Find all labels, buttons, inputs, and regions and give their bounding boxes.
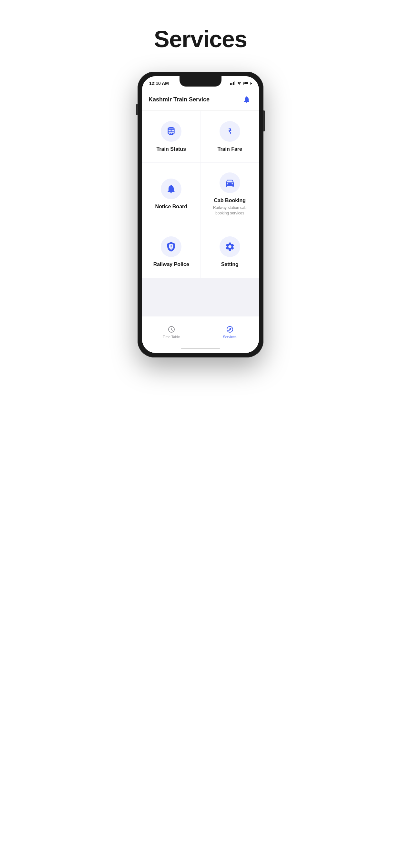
home-bar <box>181 348 220 349</box>
bell-icon <box>243 96 251 103</box>
cab-booking-sub: Railway station cab booking services <box>207 205 253 216</box>
bottom-nav: Time Table Services <box>142 321 259 345</box>
clock-icon <box>167 326 175 333</box>
notification-button[interactable] <box>241 94 252 105</box>
shield-icon <box>166 242 176 252</box>
status-bar: 12:10 AM <box>142 76 259 89</box>
train-fare-label: Train Fare <box>218 146 242 152</box>
notice-board-label: Notice Board <box>155 204 187 210</box>
car-icon <box>225 178 235 188</box>
cab-booking-label: Cab Booking <box>214 197 246 204</box>
app-header: Kashmir Train Service <box>142 89 259 111</box>
phone-screen: 12:10 AM <box>142 76 259 353</box>
status-time: 12:10 AM <box>149 81 169 86</box>
signal-icon <box>230 82 235 85</box>
service-train-status[interactable]: Train Status <box>142 111 201 162</box>
service-notice-board[interactable]: Notice Board <box>142 163 201 226</box>
train-status-icon-circle <box>161 121 181 142</box>
app-content: Kashmir Train Service Train Statu <box>142 89 259 321</box>
train-status-label: Train Status <box>156 146 186 152</box>
services-nav-label: Services <box>223 335 236 339</box>
wifi-icon <box>237 82 242 85</box>
train-icon <box>166 126 176 136</box>
timetable-nav-icon <box>167 325 176 334</box>
service-setting[interactable]: Setting <box>201 226 259 278</box>
setting-icon-circle <box>220 237 240 257</box>
service-cab-booking[interactable]: Cab Booking Railway station cab booking … <box>201 163 259 226</box>
svg-rect-3 <box>235 82 235 85</box>
train-fare-icon-circle <box>220 121 240 142</box>
nav-services[interactable]: Services <box>201 325 259 339</box>
services-nav-icon <box>226 325 234 334</box>
cab-booking-icon-circle <box>220 173 240 193</box>
svg-rect-0 <box>230 83 231 85</box>
home-indicator <box>142 345 259 353</box>
compass-icon <box>226 326 234 333</box>
service-railway-police[interactable]: Railway Police <box>142 226 201 278</box>
notch <box>180 76 221 87</box>
svg-rect-2 <box>233 82 234 85</box>
app-header-title: Kashmir Train Service <box>149 96 210 103</box>
railway-police-icon-circle <box>161 237 181 257</box>
services-grid: Train Status Train Fare <box>142 111 259 278</box>
notice-bell-icon <box>166 184 176 194</box>
rupee-icon <box>225 126 235 136</box>
timetable-nav-label: Time Table <box>163 335 180 339</box>
gear-icon <box>225 242 235 252</box>
service-train-fare[interactable]: Train Fare <box>201 111 259 162</box>
page-title: Services <box>154 26 247 52</box>
notice-board-icon-circle <box>161 179 181 199</box>
phone-frame: 12:10 AM <box>137 72 264 358</box>
railway-police-label: Railway Police <box>153 261 189 268</box>
setting-label: Setting <box>221 261 239 268</box>
status-icons <box>230 82 252 85</box>
svg-rect-1 <box>232 83 233 85</box>
nav-timetable[interactable]: Time Table <box>142 325 201 339</box>
battery-icon <box>243 82 252 85</box>
bottom-area <box>142 278 259 316</box>
